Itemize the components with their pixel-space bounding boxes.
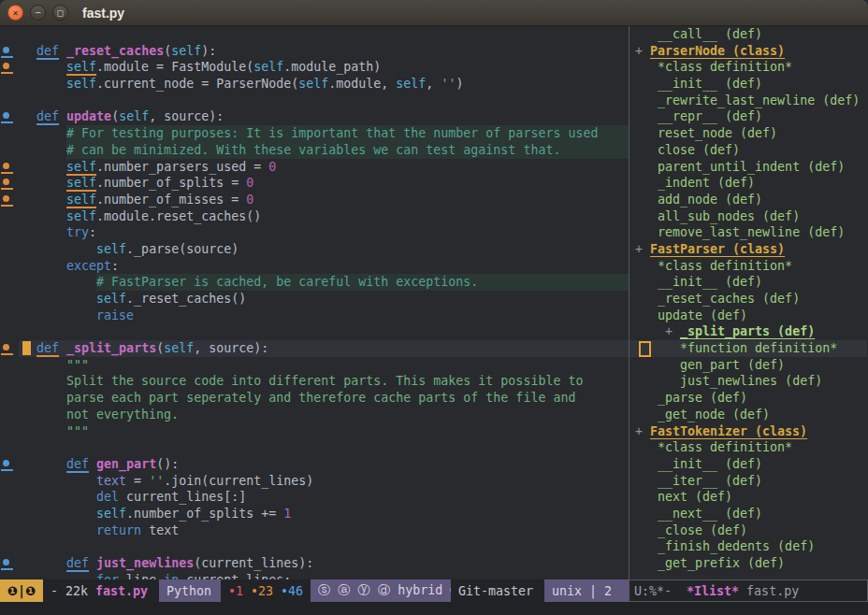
code-line[interactable]: raise [0, 308, 629, 324]
imenu-entry[interactable]: __next__ (def) [629, 506, 867, 522]
code-token: text [96, 474, 126, 488]
imenu-entry[interactable]: close (def) [629, 142, 867, 159]
code-line[interactable] [0, 93, 629, 109]
vc-segment[interactable]: Git-master [451, 579, 544, 602]
code-line[interactable]: Split the source code into different par… [0, 373, 629, 390]
code-line[interactable] [0, 323, 629, 340]
code-line[interactable]: self.number_of_splits += 1 [0, 506, 629, 522]
code-token: ) [456, 77, 463, 91]
imenu-entry[interactable]: *function definition* [629, 340, 867, 357]
code-token: .module.reset_caches() [96, 209, 261, 223]
imenu-entry[interactable]: + ParserNode (class) [629, 43, 867, 60]
flycheck-segment[interactable]: •1 •23 •46 [221, 579, 311, 602]
indent [7, 523, 96, 537]
minimize-button[interactable]: − [30, 5, 46, 21]
code-line[interactable]: parse each part seperately and therefore… [0, 390, 629, 407]
code-line[interactable]: # For testing purposes: It is important … [0, 125, 629, 142]
indent [635, 292, 658, 306]
imenu-entry[interactable]: remove_last_newline (def) [629, 224, 867, 241]
code-line[interactable]: self.module = FastModule(self.module_pat… [0, 59, 629, 76]
code-line[interactable]: not everything. [0, 407, 629, 423]
imenu-entry[interactable]: _get_prefix (def) [629, 555, 867, 572]
close-button[interactable]: ✕ [7, 5, 23, 21]
code-line[interactable]: self.number_of_splits = 0 [0, 175, 629, 192]
imenu-entry[interactable]: _parse (def) [629, 390, 867, 407]
indent [7, 77, 66, 91]
code-token: # For testing purposes: It is important … [66, 126, 598, 140]
imenu-entry[interactable]: _rewrite_last_newline (def) [629, 93, 867, 109]
imenu-entry[interactable]: parent_until_indent (def) [629, 159, 867, 176]
code-line[interactable]: except: [0, 258, 629, 275]
flycheck-errors: •1 [228, 584, 243, 598]
code-token: # can be minimized. With these variables… [66, 143, 560, 157]
imenu-entry[interactable]: just_newlines (def) [629, 373, 867, 390]
ilist-buffer-name[interactable]: *Ilist* [687, 584, 739, 598]
imenu-entry[interactable]: __call__ (def) [629, 26, 867, 43]
imenu-entry-label: ParserNode (class) [650, 44, 785, 58]
imenu-entry[interactable]: *class definition* [629, 258, 867, 275]
code-line[interactable]: del current_lines[:] [0, 489, 629, 506]
imenu-entry[interactable]: __init__ (def) [629, 76, 867, 93]
imenu-entry[interactable]: add_node (def) [629, 192, 867, 208]
imenu-entry[interactable]: + FastTokenizer (class) [629, 423, 867, 440]
imenu-entry[interactable]: _reset_caches (def) [629, 291, 867, 308]
code-line[interactable]: self.module.reset_caches() [0, 208, 629, 225]
maximize-button[interactable]: □ [52, 5, 68, 21]
indent [7, 160, 66, 174]
imenu-entry[interactable]: update (def) [629, 308, 867, 324]
imenu-entry[interactable]: _finish_dedents (def) [629, 538, 867, 555]
code-line[interactable]: """ [0, 357, 629, 374]
imenu-entry[interactable]: __iter__ (def) [629, 473, 867, 490]
code-line[interactable]: self._parse(source) [0, 241, 629, 258]
imenu-entry[interactable]: all_sub_nodes (def) [629, 208, 867, 225]
imenu-entry[interactable]: gen_part (def) [629, 357, 867, 374]
code-token: .module = FastModule( [96, 60, 253, 74]
imenu-entry[interactable]: next (def) [629, 489, 867, 506]
code-line[interactable]: self.current_node = ParserNode(self.modu… [0, 76, 629, 93]
code-line[interactable]: """ [0, 423, 629, 440]
imenu-entry[interactable]: *class definition* [629, 59, 867, 76]
code-line[interactable]: return text [0, 522, 629, 539]
code-line[interactable] [0, 439, 629, 456]
indent [635, 176, 658, 190]
code-token: self [66, 176, 96, 190]
code-token: self [171, 44, 201, 58]
code-line[interactable] [0, 26, 629, 43]
code-token: _split_parts [66, 341, 156, 355]
code-line[interactable]: self._reset_caches() [0, 291, 629, 308]
imenu-entry[interactable]: _indent (def) [629, 175, 867, 192]
code-buffer[interactable]: def _reset_caches(self): self.module = F… [0, 26, 629, 579]
imenu-entry-label: next (def) [658, 490, 732, 504]
imenu-entry[interactable]: + FastParser (class) [629, 241, 867, 258]
code-line[interactable]: self.number_of_misses = 0 [0, 192, 629, 208]
code-token: 0 [246, 193, 253, 207]
imenu-entry[interactable]: __repr__ (def) [629, 108, 867, 125]
imenu-list-sidebar[interactable]: __call__ (def)+ ParserNode (class) *clas… [629, 26, 867, 579]
code-line[interactable]: def _reset_caches(self): [0, 43, 629, 60]
code-line[interactable]: try: [0, 224, 629, 241]
code-line[interactable]: def gen_part(): [0, 456, 629, 473]
imenu-entry[interactable]: reset_node (def) [629, 125, 867, 142]
imenu-entry[interactable]: __init__ (def) [629, 274, 867, 291]
imenu-entry[interactable]: + _split_parts (def) [629, 323, 867, 340]
imenu-entry[interactable]: _get_node (def) [629, 407, 867, 423]
code-line[interactable]: def update(self, source): [0, 108, 629, 125]
code-line[interactable]: self.number_parsers_used = 0 [0, 159, 629, 176]
code-line[interactable]: def just_newlines(current_lines): [0, 555, 629, 572]
major-mode-segment[interactable]: Python [159, 579, 221, 602]
imenu-entry[interactable]: __init__ (def) [629, 456, 867, 473]
indent [7, 275, 96, 289]
code-line[interactable]: def _split_parts(self, source): [0, 340, 629, 357]
imenu-entry[interactable]: *class definition* [629, 439, 867, 456]
code-line[interactable]: # can be minimized. With these variables… [0, 142, 629, 159]
modeline-sidebar: U:%*- *Ilist* fast.py [629, 579, 868, 602]
code-line[interactable]: text = ''.join(current_lines) [0, 473, 629, 490]
code-line[interactable]: for line in current_lines: [0, 572, 629, 579]
emacs-window: ✕ − □ fast.py def _reset_caches(self): s… [0, 0, 868, 615]
buffer-name[interactable]: fast.py [95, 584, 148, 598]
code-line[interactable] [0, 538, 629, 555]
code-token: line [119, 573, 164, 579]
code-line[interactable]: # FastParser is cached, be careful with … [0, 274, 629, 291]
imenu-entry[interactable]: _close (def) [629, 522, 867, 539]
indent [635, 209, 658, 223]
